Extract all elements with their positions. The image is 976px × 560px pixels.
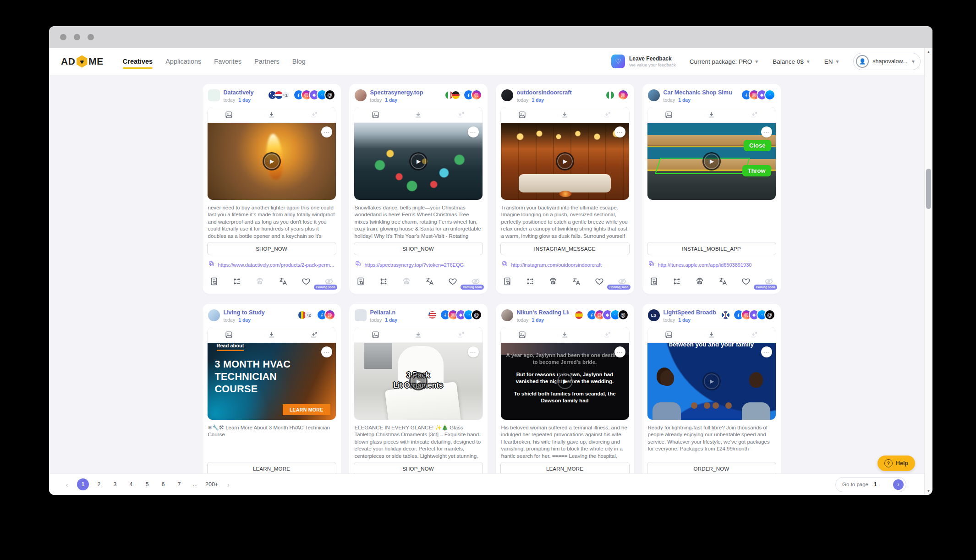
window-button-3[interactable] [88,34,94,40]
advertiser-name-link[interactable]: Datactively [224,89,263,96]
adme-logo[interactable]: AD ♥ ME [61,55,104,68]
advertiser-name-link[interactable]: LightSpeed Broadband [663,309,716,316]
hide-eye-off-icon[interactable]: Coming soon [618,277,627,286]
more-options-button[interactable]: ⋯ [761,346,772,357]
cta-type-button[interactable]: LEARN_MORE [500,462,630,475]
creative-preview[interactable]: A year ago, Jaylynn had been the one des… [501,343,629,420]
page-button-2[interactable]: 2 [93,478,105,490]
advertiser-name-link[interactable]: Car Mechanic Shop Simulator Gam [663,89,732,96]
export-button[interactable] [439,107,482,122]
nav-item-applications[interactable]: Applications [165,55,201,68]
goto-page-button[interactable]: › [893,479,904,490]
ip-lookup-icon[interactable]: IP [255,277,264,286]
download-button[interactable] [690,327,733,342]
more-options-button[interactable]: ⋯ [614,346,625,357]
view-image-button[interactable] [501,107,543,122]
page-button-1[interactable]: 1 [77,478,89,490]
scroll-up-icon[interactable]: ▲ [925,50,932,54]
download-button[interactable] [543,107,586,122]
view-image-button[interactable] [354,327,397,342]
favorite-heart-icon[interactable] [595,277,604,286]
favorite-heart-icon[interactable] [302,277,311,286]
hide-eye-off-icon[interactable]: Coming soon [471,277,480,286]
copy-icon[interactable] [355,260,362,269]
view-image-button[interactable] [208,327,250,342]
play-button[interactable]: ▶ [409,372,428,390]
nav-item-favorites[interactable]: Favorites [214,55,241,68]
more-options-button[interactable]: ⋯ [761,126,772,137]
export-button[interactable] [733,327,775,342]
translate-icon[interactable] [572,277,581,286]
export-button[interactable] [293,327,335,342]
advertiser-name-link[interactable]: Spectrasynergy.top [370,89,439,96]
landing-url-link[interactable]: https://www.datactively.com/products/2-p… [218,262,334,268]
cta-type-button[interactable]: SHOP_NOW [207,242,336,255]
download-button[interactable] [543,327,586,342]
tracker-icon[interactable] [672,277,681,286]
nav-item-blog[interactable]: Blog [292,55,306,68]
advertiser-name-link[interactable]: Nikun's Reading List [517,309,569,316]
page-button-5[interactable]: 5 [141,478,153,490]
hide-eye-off-icon[interactable]: Coming soon [764,277,773,286]
help-button[interactable]: ? Help [877,456,915,471]
advertiser-name-link[interactable]: Peliaral.n [370,309,422,316]
creative-preview[interactable]: CloseThrow▶⋯ [647,123,776,200]
page-button-3[interactable]: 3 [109,478,121,490]
goto-page-input[interactable] [873,481,888,488]
view-image-button[interactable] [208,107,250,122]
cta-type-button[interactable]: INSTALL_MOBILE_APP [647,242,776,255]
creative-preview[interactable]: ▶⋯ [501,123,629,200]
export-button[interactable] [586,327,629,342]
export-button[interactable] [439,327,482,342]
nav-item-creatives[interactable]: Creatives [123,55,153,68]
user-menu[interactable]: 👤 shapovalow... ▼ [853,53,921,70]
download-button[interactable] [397,107,439,122]
download-button[interactable] [690,107,733,122]
translate-icon[interactable] [279,277,288,286]
ip-lookup-icon[interactable]: IP [548,277,558,286]
play-button[interactable]: ▶ [556,372,574,390]
page-button-...[interactable]: ... [189,478,201,490]
ip-lookup-icon[interactable]: IP [402,277,411,286]
cta-type-button[interactable]: SHOP_NOW [354,462,483,475]
landing-page-icon[interactable] [503,277,512,286]
view-image-button[interactable] [647,107,690,122]
page-button-200+[interactable]: 200+ [205,478,218,490]
copy-icon[interactable] [648,260,655,269]
window-button-2[interactable] [74,34,80,40]
landing-page-icon[interactable] [649,277,658,286]
landing-page-icon[interactable] [356,277,365,286]
page-button-4[interactable]: 4 [125,478,137,490]
view-image-button[interactable] [647,327,690,342]
view-image-button[interactable] [354,107,397,122]
download-button[interactable] [250,107,293,122]
creative-preview[interactable]: ▶⋯ [208,123,336,200]
more-options-button[interactable]: ⋯ [468,126,479,137]
tracker-icon[interactable] [232,277,241,286]
more-options-button[interactable]: ⋯ [321,346,332,357]
scrollbar[interactable]: ▲ ▼ [924,48,932,495]
advertiser-name-link[interactable]: outdoorsindoorcraft [517,89,600,96]
scrollbar-thumb[interactable] [926,169,931,209]
download-button[interactable] [250,327,293,342]
play-button[interactable]: ▶ [263,152,281,170]
advertiser-name-link[interactable]: Living to Study [224,309,292,316]
scroll-down-icon[interactable]: ▼ [925,489,932,493]
favorite-heart-icon[interactable] [448,277,457,286]
window-button-1[interactable] [60,34,66,40]
creative-preview[interactable]: Read about3 MONTH HVAC TECHNICIAN COURSE… [208,343,336,420]
landing-page-icon[interactable] [209,277,219,286]
more-options-button[interactable]: ⋯ [614,126,625,137]
creative-preview[interactable]: ▶⋯ [354,123,483,200]
leave-feedback-button[interactable]: ♡ Leave Feedback We value your feedback [611,55,676,68]
cta-type-button[interactable]: ORDER_NOW [647,462,776,475]
tracker-icon[interactable] [526,277,535,286]
favorite-heart-icon[interactable] [741,277,751,286]
cta-type-button[interactable]: SHOP_NOW [354,242,483,255]
landing-url-link[interactable]: http://itunes.apple.com/app/id6503891930 [658,262,752,268]
download-button[interactable] [397,327,439,342]
page-next-button[interactable]: › [222,478,234,490]
nav-item-partners[interactable]: Partners [254,55,280,68]
copy-icon[interactable] [501,260,508,269]
play-button[interactable]: ▶ [556,152,574,170]
